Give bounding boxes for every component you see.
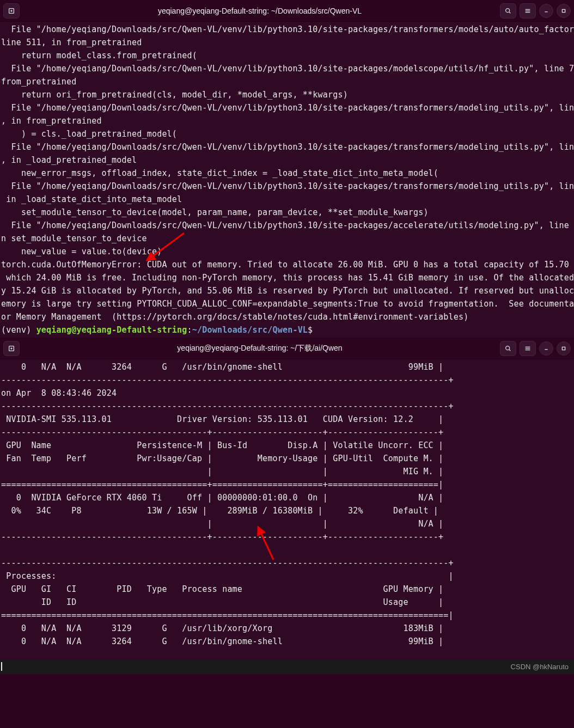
terminal-window-top: yeqiang@yeqiang-Default-string: ~/Downlo… (0, 0, 574, 338)
svg-line-4 (509, 11, 511, 13)
svg-point-14 (506, 346, 510, 350)
terminal-window-bottom: yeqiang@yeqiang-Default-string: ~/下载/ai/… (0, 338, 574, 660)
svg-point-3 (506, 8, 510, 12)
new-tab-button[interactable] (3, 341, 20, 356)
search-button[interactable] (500, 3, 516, 19)
terminal-output-top[interactable]: File "/home/yeqiang/Downloads/src/Qwen-V… (0, 22, 574, 338)
window-title-bottom: yeqiang@yeqiang-Default-string: ~/下载/ai/… (20, 344, 500, 353)
svg-rect-20 (562, 347, 565, 350)
minimize-button[interactable] (539, 4, 553, 18)
window-title-top: yeqiang@yeqiang-Default-string: ~/Downlo… (20, 7, 500, 15)
titlebar-top: yeqiang@yeqiang-Default-string: ~/Downlo… (0, 0, 574, 22)
minimize-button[interactable] (539, 341, 553, 356)
cursor (1, 662, 2, 671)
svg-rect-9 (562, 9, 565, 12)
titlebar-bottom: yeqiang@yeqiang-Default-string: ~/下载/ai/… (0, 338, 574, 359)
svg-line-15 (509, 349, 511, 351)
menu-button[interactable] (520, 3, 536, 19)
watermark: CSDN @hkNaruto (511, 663, 569, 671)
maximize-button[interactable] (557, 341, 571, 356)
terminal-output-bottom[interactable]: 0 N/A N/A 3264 G /usr/bin/gnome-shell 99… (0, 359, 574, 649)
search-button[interactable] (500, 341, 516, 356)
maximize-button[interactable] (557, 4, 571, 18)
footer-bar (0, 660, 574, 674)
menu-button[interactable] (520, 341, 536, 356)
new-tab-button[interactable] (3, 3, 20, 19)
